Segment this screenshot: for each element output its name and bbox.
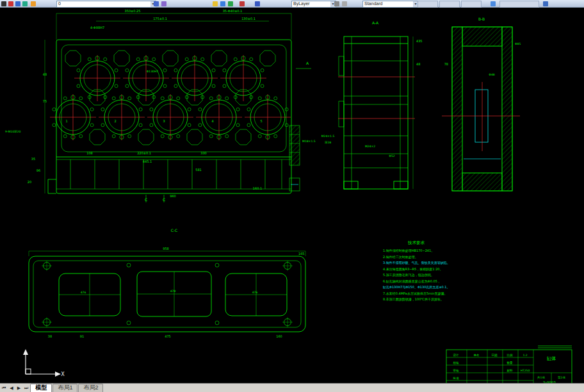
dimension-label: 160.1 (253, 186, 262, 190)
dimension-label: 深28 (325, 141, 331, 144)
section-c-view (29, 251, 305, 332)
dimension-label: M18×1.5 (302, 140, 316, 143)
dimension-label: 130±0.1 (241, 17, 256, 20)
tab-layout2-label: 布局2 (83, 384, 98, 391)
dimension-label: 75 (43, 99, 47, 103)
layer-combobox-value: 0 (58, 1, 61, 6)
dimension-label: 4-Φ98H7 (90, 26, 104, 29)
tech-requirements-line: 2.铸件经二次时效处理。 (383, 255, 418, 259)
new-file-icon[interactable] (8, 1, 13, 6)
tab-nav-prev-button[interactable]: ◀ (8, 384, 15, 392)
dimension-label: Φ48 (489, 73, 494, 76)
properties-icon[interactable] (255, 1, 260, 6)
erase-icon[interactable] (239, 1, 245, 6)
dimension-label: 9-M10深20 (5, 130, 20, 133)
zoom-icon[interactable] (213, 1, 218, 6)
dimension-labels: 350±0.2535-Φ40±0.1175±0.1130±0.14-Φ98H7Φ… (5, 9, 556, 384)
tech-requirements-line: 8.非加工面涂防锈漆，100℃烘干后涂装。 (383, 297, 444, 302)
table-icon[interactable] (491, 1, 496, 6)
tab-layout1[interactable]: 布局1 (53, 384, 77, 392)
regen-icon[interactable] (228, 1, 233, 6)
grid-icon[interactable] (543, 1, 548, 6)
dimension-label: 96 (36, 168, 40, 172)
dimension-label: 78 (444, 62, 448, 66)
dimension-label: 160 (276, 334, 282, 338)
dimension-label: 1 (65, 119, 67, 123)
cylinder-bores (50, 55, 291, 140)
title-block-label: 1:2 (523, 354, 527, 357)
layer-combobox[interactable]: 0 ▾ (56, 1, 156, 8)
dimension-label: 330 (200, 151, 207, 155)
dimension-label: 350±0.25 (125, 9, 141, 13)
dimension-label: 35 (31, 157, 35, 161)
tech-requirements-title: 技术要求 (407, 240, 425, 245)
toolbar-button[interactable] (439, 1, 460, 8)
title-block-label: HT250 (521, 369, 530, 372)
dimension-label: Φ52 (389, 154, 394, 158)
menu-icon[interactable] (1, 1, 6, 6)
toolbar-button[interactable] (418, 1, 438, 8)
title-block-label: 材料 (507, 369, 514, 373)
tab-nav-next-button[interactable]: ▶ (15, 384, 22, 392)
title-block (446, 346, 572, 384)
pan-icon[interactable] (220, 1, 225, 6)
dimension-label: X (61, 372, 65, 377)
title-block-label: 第1张 (558, 376, 565, 379)
tab-model-label: 模型 (35, 384, 47, 391)
technical-requirements: 技术要求1.铸件须经时效处理HB170~241。2.铸件经二次时效处理。3.铸件… (383, 240, 450, 302)
dimension-label: 478 (170, 290, 176, 293)
save-icon[interactable] (22, 1, 28, 6)
tech-requirements-line: 1.铸件须经时效处理HB170~241。 (383, 249, 434, 253)
dimension-label: 220±0.1 (137, 151, 151, 155)
tech-requirements-line: 4.未注铸造圆角R3~R5，拔模斜度1:20。 (383, 267, 443, 272)
style-combobox[interactable]: Standard ▾ (362, 1, 419, 8)
undo-icon[interactable] (154, 1, 159, 6)
tab-layout1-label: 布局1 (58, 384, 72, 391)
open-file-icon[interactable] (15, 1, 20, 6)
toolbar-button[interactable] (499, 1, 539, 8)
title-block-label: 日期 (492, 354, 498, 357)
dimension-label: 91 (80, 334, 84, 338)
tech-requirements-line: 3.铸件不得有砂眼、气孔、裂纹及夹渣等缺陷。 (383, 261, 450, 265)
dimension-label: 165 (298, 252, 305, 256)
layer-icon[interactable] (31, 1, 36, 6)
dimension-label: M24×2 (365, 145, 375, 148)
dimension-label: 476 (81, 291, 86, 294)
dimension-label: 475 (165, 334, 171, 338)
dimension-label: C-C (171, 228, 178, 233)
dimension-label: 35-Φ40±0.1 (223, 9, 243, 13)
tech-requirements-line: 5.加工后清除毛刺飞边，锐边倒钝。 (383, 273, 434, 277)
color-combobox[interactable]: ByLayer ▾ (291, 1, 336, 8)
tech-requirements-line: 缸孔Φ130H7与Φ150、Φ130孔距允差±0.1。 (383, 285, 450, 290)
toolbar-button[interactable] (461, 1, 482, 8)
tab-model[interactable]: 模型 (30, 384, 52, 392)
title-block-label: 比例 (507, 354, 514, 357)
lineweight-icon[interactable] (342, 1, 347, 6)
tech-requirements-line: 7.水套经0.4MPa水压试验保压5min无渗漏。 (383, 291, 448, 296)
drawing-canvas[interactable]: 350±0.2535-Φ40±0.1175±0.1130±0.14-Φ98H7Φ… (0, 0, 584, 392)
cad-window: 0 ▾ ByLayer ▾ Standard ▾ (0, 0, 584, 392)
dimension-label: 38 (48, 334, 52, 338)
title-block-text: 缸体设计校核审核批准签名日期比例1:2数量材料HT250共1张第1张 (453, 353, 566, 380)
dimension-label: C (145, 197, 147, 202)
tab-layout2[interactable]: 布局2 (78, 384, 103, 392)
dimension-label: 958 (163, 247, 169, 250)
dimension-label: 175±0.1 (153, 17, 167, 20)
redo-icon[interactable] (161, 1, 166, 6)
title-block-label: 签名 (474, 354, 480, 357)
dimension-label: M24×1.5 (321, 135, 335, 138)
dimension-label: 4 (211, 119, 213, 123)
dimension-label: Φ85 (515, 42, 521, 45)
title-block-label: 共1张 (537, 376, 545, 379)
dimension-label: 445.1 (143, 159, 152, 163)
dimension-label: 108 (86, 151, 93, 155)
dimension-label: 48 (416, 62, 420, 66)
linetype-icon[interactable] (334, 1, 339, 6)
dimension-label: 48 (43, 72, 47, 76)
dimension-label: 435 (416, 39, 423, 43)
style-combobox-value: Standard (364, 1, 382, 6)
dimension-label: A-A (372, 20, 379, 25)
tab-nav-first-button[interactable]: ⏮ (0, 384, 8, 392)
dimension-label: 581 (195, 168, 202, 172)
tab-nav-last-button[interactable]: ⏭ (22, 384, 30, 392)
